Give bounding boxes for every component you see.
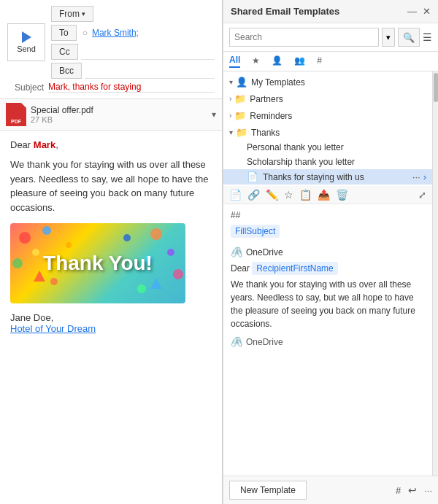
chevron-right-icon-2: › xyxy=(229,112,231,120)
scrollbar-track[interactable] xyxy=(432,71,438,476)
send-label: Send xyxy=(17,44,36,53)
svg-point-3 xyxy=(12,258,23,268)
action-link-icon[interactable]: 🔗 xyxy=(247,189,260,201)
template-personal-thank-you[interactable]: Personal thank you letter xyxy=(223,140,432,155)
close-icon[interactable]: ✕ xyxy=(423,6,431,17)
search-magnifier-icon: 🔍 xyxy=(403,32,415,43)
action-insert-icon[interactable]: 📄 xyxy=(229,189,242,201)
bottom-reply-icon[interactable]: ↩ xyxy=(408,484,417,496)
svg-point-1 xyxy=(42,226,51,235)
attachment-row: PDF Special offer.pdf 27 KB ▾ xyxy=(0,99,222,131)
send-arrow-icon xyxy=(22,31,31,43)
email-greeting: Dear Mark, xyxy=(10,139,212,150)
email-top-row: Send From ▾ To ○ Mark Smith; Cc xyxy=(7,6,215,79)
preview-fill-subject: FillSubject xyxy=(231,225,280,238)
search-row: ▾ 🔍 ☰ xyxy=(223,23,438,52)
template-active-icon: 📄 xyxy=(247,171,258,182)
subject-row: Subject Mark, thanks for staying xyxy=(7,82,215,93)
svg-point-0 xyxy=(19,232,31,244)
hotel-link[interactable]: Hotel of Your Dream xyxy=(10,323,96,334)
person-folder-icon: 👤 xyxy=(236,77,247,88)
section-thanks-label: Thanks xyxy=(251,128,280,138)
search-dropdown-icon: ▾ xyxy=(386,33,391,42)
section-reminders-header[interactable]: › 📁 Reminders xyxy=(223,108,432,123)
subject-value: Mark, thanks for staying xyxy=(48,82,215,93)
to-button[interactable]: To xyxy=(51,25,77,41)
to-row: To ○ Mark Smith; xyxy=(51,25,215,41)
section-partners-label: Partners xyxy=(250,94,283,104)
chevron-down-icon: ▾ xyxy=(229,78,233,86)
template-thanks-staying[interactable]: 📄 Thanks for staying with us ··· › xyxy=(223,169,432,185)
bcc-button[interactable]: Bcc xyxy=(51,63,82,79)
filter-button[interactable]: ☰ xyxy=(423,31,432,43)
tab-all[interactable]: All xyxy=(229,55,240,68)
preview-hash: ## xyxy=(231,210,425,220)
section-my-templates-label: My Templates xyxy=(251,77,305,88)
bcc-input[interactable] xyxy=(85,63,215,79)
cc-input[interactable] xyxy=(81,44,215,60)
templates-list: ▾ 👤 My Templates › 📁 Partners › 📁 Rem xyxy=(223,71,432,476)
section-partners: › 📁 Partners xyxy=(223,91,432,106)
tab-personal[interactable]: 👤 xyxy=(272,55,283,67)
action-delete-icon[interactable]: 🗑️ xyxy=(336,189,348,201)
chevron-right-icon: › xyxy=(229,95,231,103)
section-partners-header[interactable]: › 📁 Partners xyxy=(223,91,432,106)
panel-header: Shared Email Templates — ✕ xyxy=(223,0,438,23)
new-template-button[interactable]: New Template xyxy=(229,481,307,500)
action-copy-icon[interactable]: 📋 xyxy=(299,189,312,201)
from-row: From ▾ xyxy=(51,6,215,22)
tab-starred[interactable]: ★ xyxy=(252,55,260,67)
template-personal-thank-you-label: Personal thank you letter xyxy=(247,142,344,152)
reminders-folder-icon: 📁 xyxy=(234,110,246,121)
bottom-hash-icon[interactable]: # xyxy=(396,485,401,496)
panel-header-icons: — ✕ xyxy=(407,6,431,17)
subject-label: Subject xyxy=(7,82,44,93)
svg-marker-13 xyxy=(150,278,162,289)
action-star-icon[interactable]: ☆ xyxy=(284,189,293,201)
svg-point-10 xyxy=(66,242,72,248)
search-input[interactable] xyxy=(229,28,379,47)
cc-row: Cc xyxy=(51,44,215,60)
tab-shared[interactable]: 👥 xyxy=(294,55,305,67)
minimize-icon[interactable]: — xyxy=(407,6,417,17)
greeting-comma: , xyxy=(55,139,58,150)
bottom-more-icon[interactable]: ··· xyxy=(424,485,432,496)
preview-onedrive-label: OneDrive xyxy=(246,247,283,257)
email-header: Send From ▾ To ○ Mark Smith; Cc xyxy=(0,0,222,99)
section-my-templates-header[interactable]: ▾ 👤 My Templates xyxy=(223,74,432,90)
template-scholarship-thank-you[interactable]: Scholarship thank you letter xyxy=(223,155,432,169)
search-button[interactable]: 🔍 xyxy=(398,28,420,47)
chevron-down-icon-2: ▾ xyxy=(229,128,233,136)
email-body-text: We thank you for staying with us over al… xyxy=(10,158,212,214)
svg-point-11 xyxy=(123,234,131,241)
send-button[interactable]: Send xyxy=(7,23,45,61)
preview-onedrive-row: 🖇️ OneDrive xyxy=(231,247,425,257)
search-dropdown-button[interactable]: ▾ xyxy=(382,28,395,47)
scrollbar-thumb xyxy=(434,73,438,102)
action-edit-icon[interactable]: ✏️ xyxy=(266,189,278,201)
tab-hash[interactable]: # xyxy=(317,55,322,67)
panel-title: Shared Email Templates xyxy=(231,6,339,17)
from-label: From xyxy=(59,9,80,19)
thanks-folder-icon: 📁 xyxy=(236,127,247,138)
thank-you-label: Thank You! xyxy=(43,252,153,275)
section-thanks-header[interactable]: ▾ 📁 Thanks xyxy=(223,125,432,140)
recipient-name[interactable]: Mark Smith; xyxy=(92,28,139,38)
attachment-dropdown-icon[interactable]: ▾ xyxy=(212,109,216,120)
templates-list-wrapper: ▾ 👤 My Templates › 📁 Partners › 📁 Rem xyxy=(223,71,438,476)
from-button[interactable]: From ▾ xyxy=(51,6,93,22)
email-body: Dear Mark, We thank you for staying with… xyxy=(0,131,222,504)
expand-icon[interactable]: ⤢ xyxy=(418,190,426,201)
recipient-highlight: Mark xyxy=(34,139,55,150)
pdf-icon: PDF xyxy=(6,103,26,126)
action-toolbar: 📄 🔗 ✏️ ☆ 📋 📤 🗑️ ⤢ xyxy=(223,186,432,204)
svg-point-5 xyxy=(167,249,174,256)
action-export-icon[interactable]: 📤 xyxy=(318,189,330,201)
preview-fill-subject-row: FillSubject xyxy=(231,225,425,242)
signature-line1: Jane Doe, xyxy=(10,312,53,323)
preview-dear-label: Dear xyxy=(231,263,250,274)
attachment-name: Special offer.pdf xyxy=(31,105,93,115)
cc-button[interactable]: Cc xyxy=(51,44,78,60)
template-thanks-staying-label: Thanks for staying with us xyxy=(263,172,364,182)
template-more-icon[interactable]: ··· xyxy=(412,171,420,182)
